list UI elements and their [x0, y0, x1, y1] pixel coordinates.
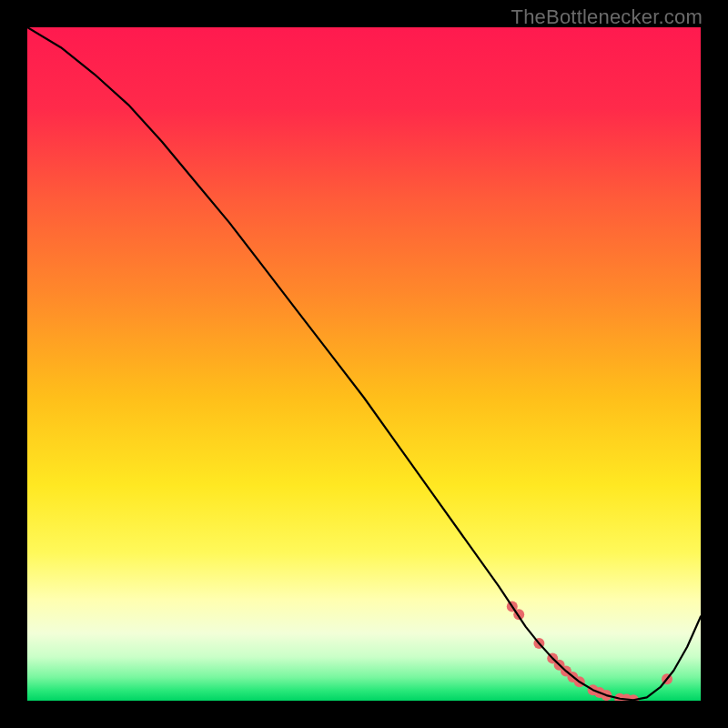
watermark-text: TheBottlenecker.com: [511, 5, 703, 29]
chart-svg: [27, 27, 701, 701]
chart-plot-area: [27, 27, 701, 701]
gradient-background: [27, 27, 701, 701]
chart-stage: TheBottlenecker.com: [0, 0, 728, 728]
